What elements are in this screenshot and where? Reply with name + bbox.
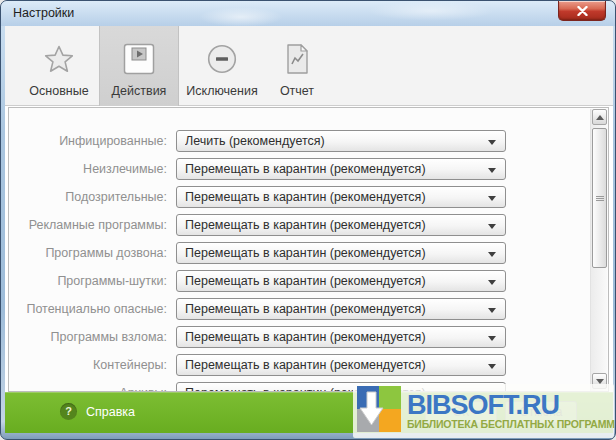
row-label: Программы взлома: (9, 326, 167, 348)
close-icon (577, 6, 588, 16)
settings-window: Настройки Основные (0, 0, 616, 440)
minus-circle-icon (205, 41, 239, 77)
tab-otchet[interactable]: Отчет (265, 26, 329, 106)
dropdown-value: Перемещать в карантин (рекомендуется) (185, 299, 479, 319)
tab-label: Отчет (280, 84, 314, 98)
scrollbar[interactable] (590, 109, 607, 392)
settings-row: Программы дозвона:Перемещать в карантин … (9, 242, 608, 264)
chevron-down-icon (488, 140, 496, 145)
action-dropdown[interactable]: Перемещать в карантин (рекомендуется) (176, 158, 506, 180)
tab-isklyucheniya[interactable]: Исключения (179, 26, 265, 106)
settings-row: Программы-шутки:Перемещать в карантин (р… (9, 270, 608, 292)
settings-row: Инфицированные:Лечить (рекомендуется) (9, 130, 608, 152)
actions-icon (123, 41, 155, 77)
row-label: Подозрительные: (9, 186, 167, 208)
row-label: Контейнеры: (9, 354, 167, 376)
dropdown-value: Перемещать в карантин (рекомендуется) (185, 327, 479, 347)
chevron-down-icon (488, 280, 496, 285)
help-icon: ? (60, 403, 77, 420)
client-area: Основные Действия (5, 26, 613, 433)
titlebar: Настройки (1, 1, 615, 26)
row-label: Программы-шутки: (9, 270, 167, 292)
action-dropdown[interactable]: Перемещать в карантин (рекомендуется) (176, 270, 506, 292)
down-arrow-icon (596, 379, 604, 384)
dropdown-value: Перемещать в карантин (рекомендуется) (185, 187, 479, 207)
tab-label: Действия (112, 84, 167, 98)
row-label: Архивы: (9, 382, 167, 392)
watermark-subtitle: БИБЛИОТЕКА БЕСПЛАТНЫХ ПРОГРАММ (407, 418, 615, 430)
settings-panel: Инфицированные:Лечить (рекомендуется)Неи… (8, 107, 609, 392)
settings-row: Программы взлома:Перемещать в карантин (… (9, 326, 608, 348)
chevron-down-icon (488, 308, 496, 313)
tab-label: Основные (29, 84, 88, 98)
tab-osnovnye[interactable]: Основные (19, 26, 99, 106)
dropdown-value: Лечить (рекомендуется) (185, 131, 479, 151)
window-title: Настройки (13, 6, 74, 20)
row-label: Потенциально опасные: (9, 298, 167, 320)
watermark-text: BIBSOFT.RU БИБЛИОТЕКА БЕСПЛАТНЫХ ПРОГРАМ… (407, 392, 615, 430)
dropdown-value: Перемещать в карантин (рекомендуется) (185, 215, 479, 235)
tab-label: Исключения (186, 84, 257, 98)
settings-row: Подозрительные:Перемещать в карантин (ре… (9, 186, 608, 208)
chevron-down-icon (488, 364, 496, 369)
action-dropdown[interactable]: Перемещать в карантин (рекомендуется) (176, 354, 506, 376)
dropdown-value: Перемещать в карантин (рекомендуется) (185, 355, 479, 375)
row-label: Программы дозвона: (9, 242, 167, 264)
settings-row: Рекламные программы:Перемещать в каранти… (9, 214, 608, 236)
watermark-title: BIBSOFT.RU (407, 392, 615, 418)
settings-row: Контейнеры:Перемещать в карантин (рекоме… (9, 354, 608, 376)
help-button[interactable]: ? Справка (60, 403, 135, 420)
scroll-up-button[interactable] (592, 109, 607, 125)
settings-row: Неизлечимые:Перемещать в карантин (реком… (9, 158, 608, 180)
grip-icon (596, 196, 604, 201)
dropdown-value: Перемещать в карантин (рекомендуется) (185, 243, 479, 263)
dropdown-value: Перемещать в карантин (рекомендуется) (185, 271, 479, 291)
row-label: Инфицированные: (9, 130, 167, 152)
help-label: Справка (86, 405, 135, 419)
tab-strip: Основные Действия (5, 26, 613, 106)
dropdown-value: Перемещать в карантин (рекомендуется) (185, 159, 479, 179)
chevron-down-icon (488, 168, 496, 173)
action-dropdown[interactable]: Перемещать в карантин (рекомендуется) (176, 186, 506, 208)
scroll-thumb[interactable] (592, 128, 607, 268)
action-dropdown[interactable]: Перемещать в карантин (рекомендуется) (176, 214, 506, 236)
settings-row: Потенциально опасные:Перемещать в карант… (9, 298, 608, 320)
row-label: Рекламные программы: (9, 214, 167, 236)
action-dropdown[interactable]: Перемещать в карантин (рекомендуется) (176, 326, 506, 348)
chevron-down-icon (488, 252, 496, 257)
star-icon (42, 41, 76, 77)
close-button[interactable] (558, 1, 606, 21)
action-dropdown[interactable]: Перемещать в карантин (рекомендуется) (176, 242, 506, 264)
download-icon (357, 386, 401, 436)
action-dropdown[interactable]: Перемещать в карантин (рекомендуется) (176, 298, 506, 320)
up-arrow-icon (596, 115, 604, 120)
row-label: Неизлечимые: (9, 158, 167, 180)
report-icon (280, 41, 314, 77)
chevron-down-icon (488, 336, 496, 341)
watermark: BIBSOFT.RU БИБЛИОТЕКА БЕСПЛАТНЫХ ПРОГРАМ… (353, 384, 614, 438)
chevron-down-icon (488, 196, 496, 201)
action-dropdown[interactable]: Лечить (рекомендуется) (176, 130, 506, 152)
tab-deystviya[interactable]: Действия (99, 26, 179, 106)
chevron-down-icon (488, 224, 496, 229)
